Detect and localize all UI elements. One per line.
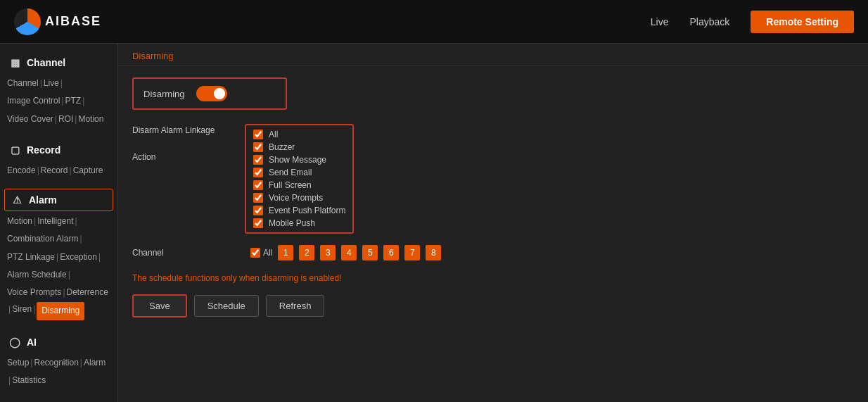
- sidebar-item-ptz-linkage[interactable]: PTZ Linkage: [7, 250, 55, 266]
- channel-btn-5[interactable]: 5: [362, 245, 378, 260]
- channel-all-input[interactable]: [250, 248, 260, 258]
- sidebar-item-combination-alarm[interactable]: Combination Alarm: [7, 232, 78, 248]
- sidebar-section-alarm: ⚠ Alarm Motion| Intelligent | Combinatio…: [0, 189, 117, 325]
- sidebar: ▩ Channel Channel| Live | Image Control|…: [0, 44, 118, 402]
- main-layout: ▩ Channel Channel| Live | Image Control|…: [0, 44, 868, 402]
- sidebar-item-alarm[interactable]: Alarm: [84, 356, 106, 372]
- checkbox-mobile-push-input[interactable]: [253, 218, 263, 228]
- sidebar-ai-links: Setup| Recognition | Alarm| Statistics: [0, 354, 117, 393]
- sidebar-item-setup[interactable]: Setup: [7, 356, 29, 372]
- sidebar-channel-links: Channel| Live | Image Control| PTZ | Vid…: [0, 75, 117, 132]
- alarm-linkage-label: Disarm Alarm Linkage Action: [132, 124, 245, 162]
- alarm-icon: ⚠: [11, 194, 23, 206]
- channel-all-checkbox: All: [250, 248, 272, 258]
- sidebar-item-deterrence[interactable]: Deterrence: [67, 285, 108, 301]
- checkbox-send-email: Send Email: [253, 168, 345, 177]
- sidebar-item-video-cover[interactable]: Video Cover: [7, 112, 53, 128]
- channel-btn-1[interactable]: 1: [278, 245, 293, 260]
- checkbox-all: All: [253, 130, 345, 139]
- sidebar-item-live[interactable]: Live: [44, 76, 59, 92]
- content-area: Disarming Disarming Disarm Alarm Linkage…: [118, 44, 868, 402]
- toggle-track: [196, 86, 227, 101]
- sidebar-item-ptz[interactable]: PTZ: [65, 94, 82, 110]
- sidebar-item-channel[interactable]: Channel: [7, 76, 39, 92]
- logo-icon: [14, 8, 41, 35]
- sidebar-section-record: ▢ Record Encode| Record | Capture: [0, 138, 117, 183]
- alarm-linkage-row: Disarm Alarm Linkage Action All Buzzer S…: [132, 124, 854, 234]
- checkbox-full-screen-input[interactable]: [253, 180, 263, 190]
- sidebar-record-title[interactable]: ▢ Record: [0, 138, 117, 162]
- sidebar-item-voice-prompts[interactable]: Voice Prompts: [7, 285, 61, 301]
- sidebar-item-roi[interactable]: ROI: [58, 112, 73, 128]
- sidebar-alarm-title[interactable]: ⚠ Alarm: [4, 189, 113, 211]
- checkbox-show-message: Show Message: [253, 155, 345, 165]
- sidebar-section-ai: ◯ AI Setup| Recognition | Alarm| Statist…: [0, 330, 117, 393]
- action-buttons: Save Schedule Refresh: [132, 294, 854, 318]
- sidebar-item-capture[interactable]: Capture: [73, 163, 103, 179]
- sidebar-item-encode[interactable]: Encode: [7, 163, 36, 179]
- sidebar-alarm-links: Motion| Intelligent | Combination Alarm …: [0, 213, 117, 325]
- checkbox-full-screen: Full Screen: [253, 180, 345, 190]
- sidebar-item-disarming[interactable]: Disarming: [37, 302, 84, 320]
- ai-icon: ◯: [8, 336, 21, 348]
- checkbox-event-push-input[interactable]: [253, 206, 263, 215]
- nav-live[interactable]: Live: [651, 16, 669, 27]
- sidebar-item-motion[interactable]: Motion: [78, 112, 103, 128]
- channel-btn-4[interactable]: 4: [341, 245, 357, 260]
- logo: AIBASE: [14, 8, 101, 35]
- checkbox-send-email-input[interactable]: [253, 168, 263, 177]
- save-button[interactable]: Save: [132, 294, 187, 318]
- checkbox-mobile-push: Mobile Push: [253, 218, 345, 228]
- channel-btn-8[interactable]: 8: [426, 245, 441, 260]
- header: AIBASE Live Playback Remote Setting: [0, 0, 868, 44]
- sidebar-item-image-control[interactable]: Image Control: [7, 94, 60, 110]
- toggle-thumb: [214, 88, 225, 99]
- disarming-label: Disarming: [143, 89, 185, 99]
- sidebar-item-siren[interactable]: Siren: [12, 302, 32, 320]
- checkbox-voice-prompts: Voice Prompts: [253, 193, 345, 203]
- checkbox-event-push: Event Push Platform: [253, 206, 345, 215]
- nav-remote-setting[interactable]: Remote Setting: [751, 11, 854, 33]
- channel-row: Channel All 1 2 3 4 5 6 7 8: [132, 245, 854, 260]
- sidebar-item-recognition[interactable]: Recognition: [34, 356, 78, 372]
- nav-links: Live Playback Remote Setting: [651, 11, 854, 33]
- breadcrumb: Disarming: [118, 44, 868, 66]
- checkbox-buzzer: Buzzer: [253, 142, 345, 152]
- alarm-checkboxes-group: All Buzzer Show Message Send Email: [245, 124, 354, 234]
- checkbox-voice-prompts-input[interactable]: [253, 193, 263, 203]
- channel-btn-6[interactable]: 6: [383, 245, 399, 260]
- content-body: Disarming Disarm Alarm Linkage Action Al…: [118, 66, 868, 329]
- sidebar-channel-title[interactable]: ▩ Channel: [0, 51, 117, 75]
- checkbox-buzzer-input[interactable]: [253, 142, 263, 152]
- sidebar-ai-title[interactable]: ◯ AI: [0, 330, 117, 354]
- disarming-toggle[interactable]: [196, 86, 227, 101]
- warning-text: The schedule functions only when disarmi…: [132, 273, 854, 283]
- sidebar-item-exception[interactable]: Exception: [60, 250, 97, 266]
- refresh-button[interactable]: Refresh: [266, 295, 325, 317]
- sidebar-item-statistics[interactable]: Statistics: [12, 373, 46, 389]
- sidebar-section-channel: ▩ Channel Channel| Live | Image Control|…: [0, 51, 117, 132]
- logo-text: AIBASE: [45, 14, 101, 29]
- channel-icon: ▩: [8, 56, 21, 69]
- sidebar-item-alarm-schedule[interactable]: Alarm Schedule: [7, 268, 67, 284]
- checkbox-show-message-input[interactable]: [253, 155, 263, 165]
- channel-label: Channel: [132, 248, 245, 258]
- channel-btn-2[interactable]: 2: [299, 245, 314, 260]
- disarming-toggle-row: Disarming: [132, 77, 287, 110]
- checkbox-all-input[interactable]: [253, 130, 263, 139]
- nav-playback[interactable]: Playback: [690, 16, 730, 27]
- record-icon: ▢: [8, 144, 21, 156]
- channel-btn-3[interactable]: 3: [320, 245, 336, 260]
- sidebar-item-motion[interactable]: Motion: [7, 214, 32, 230]
- channel-btn-7[interactable]: 7: [404, 245, 420, 260]
- sidebar-record-links: Encode| Record | Capture: [0, 162, 117, 183]
- schedule-button[interactable]: Schedule: [194, 295, 259, 317]
- sidebar-item-record[interactable]: Record: [41, 163, 68, 179]
- sidebar-item-intelligent[interactable]: Intelligent: [37, 214, 73, 230]
